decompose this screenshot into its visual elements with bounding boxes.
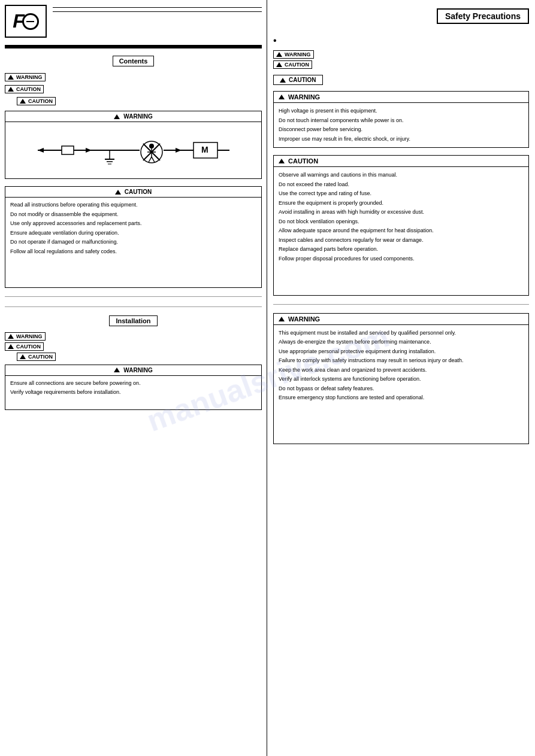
- right-caution-line-12: [279, 274, 524, 282]
- right-warn-line-1: High voltage is present in this equipmen…: [279, 107, 524, 116]
- right-warn-line-3: Disconnect power before servicing.: [279, 126, 524, 134]
- logo-box: F: [5, 5, 47, 38]
- right-bottom-warning-body: This equipment must be installed and ser…: [274, 325, 528, 444]
- bottom-warning-header: WARNING: [5, 365, 261, 376]
- bottom-warn-line-3: [10, 398, 256, 406]
- section1-title: Contents: [113, 56, 155, 66]
- right-caution-line-13: [279, 283, 524, 291]
- right-bottom-warn-line-1: This equipment must be installed and ser…: [279, 329, 524, 338]
- right-bottom-warning-tri: [279, 317, 285, 321]
- caution-body-line-3: Use only approved accessories and replac…: [10, 220, 256, 228]
- logo-line-1: [53, 7, 262, 8]
- warning-badge-2: WARNING: [5, 332, 46, 341]
- inline-labels: WARNING CAUTION: [273, 50, 529, 69]
- logo-fe: F: [13, 10, 39, 32]
- right-bottom-warn-line-8: Ensure emergency stop functions are test…: [279, 394, 524, 402]
- right-caution-line-2: Do not exceed the rated load.: [279, 181, 524, 189]
- caution-indent-row-1: CAUTION: [17, 97, 262, 105]
- standalone-caution-tri: [280, 78, 286, 83]
- caution-body-line-9: [10, 275, 256, 284]
- right-caution-line-4: Ensure the equipment is properly grounde…: [279, 199, 524, 208]
- caution-indent-triangle-2: [20, 354, 26, 359]
- warning-triangle-1: [8, 75, 14, 80]
- warning-diagram-section: WARNING: [5, 111, 262, 179]
- right-caution-line-8: Inspect cables and connectors regularly …: [279, 236, 524, 245]
- warning-diagram-label: WARNING: [123, 113, 152, 120]
- caution-text-2: CAUTION: [16, 344, 41, 350]
- standalone-caution-text: CAUTION: [289, 77, 316, 83]
- right-warning-section: WARNING High voltage is present in this …: [273, 91, 529, 148]
- warning-text-2: WARNING: [16, 333, 43, 339]
- right-bottom-warn-line-5: Keep the work area clean and organized t…: [279, 366, 524, 375]
- right-bottom-warn-line-11: [279, 422, 524, 430]
- right-warning-label: WARNING: [288, 93, 320, 101]
- caution-label-row-1: CAUTION: [5, 85, 262, 93]
- svg-line-15: [152, 157, 155, 162]
- right-caution-line-7: Allow adequate space around the equipmen…: [279, 227, 524, 235]
- diagram-area: M: [10, 125, 256, 176]
- right-bottom-warn-line-9: [279, 403, 524, 412]
- caution-badge-1: CAUTION: [5, 85, 44, 93]
- logo-circle: [22, 13, 39, 30]
- caution-body-line-5: Do not operate if damaged or malfunction…: [10, 238, 256, 247]
- caution-text-1: CAUTION: [16, 86, 41, 92]
- svg-point-11: [149, 144, 154, 148]
- caution-text-section: CAUTION Read all instructions before ope…: [5, 186, 262, 288]
- right-bottom-warn-line-4: Failure to comply with safety instructio…: [279, 357, 524, 365]
- right-caution-line-1: Observe all warnings and cautions in thi…: [279, 171, 524, 180]
- caution-indent-text-1: CAUTION: [28, 98, 53, 104]
- caution-label-row-2: CAUTION: [5, 342, 262, 351]
- right-caution-line-3: Use the correct type and rating of fuse.: [279, 190, 524, 198]
- right-warn-line-2: Do not touch internal components while p…: [279, 117, 524, 125]
- right-bottom-warning-label: WARNING: [288, 315, 320, 323]
- inline-caution-text: CAUTION: [285, 62, 309, 68]
- caution-indent-text-2: CAUTION: [28, 354, 53, 360]
- right-warn-line-4: Improper use may result in fire, electri…: [279, 135, 524, 144]
- svg-marker-20: [86, 148, 92, 153]
- bullet-symbol: •: [273, 36, 277, 45]
- right-bottom-warn-line-10: [279, 412, 524, 421]
- caution-indent-triangle-1: [20, 99, 26, 104]
- caution-text-header: CAUTION: [5, 187, 261, 198]
- warning-triangle-2: [8, 334, 14, 339]
- right-bottom-warning-section: WARNING This equipment must be installed…: [273, 313, 529, 444]
- standalone-caution-box: CAUTION: [273, 75, 323, 85]
- thick-divider: [5, 45, 262, 48]
- warning-badge-1: WARNING: [5, 73, 46, 81]
- right-caution-body: Observe all warnings and cautions in thi…: [274, 167, 528, 295]
- caution-indent-badge-1: CAUTION: [17, 97, 56, 105]
- standalone-caution-container: CAUTION: [273, 72, 529, 87]
- caution-triangle-1: [8, 87, 14, 92]
- warning-label-row-1: WARNING: [5, 73, 262, 81]
- inline-caution-badge: CAUTION: [273, 60, 312, 69]
- caution-body-line-2: Do not modify or disassemble the equipme…: [10, 211, 256, 219]
- caution-text-tri: [115, 190, 121, 195]
- svg-marker-21: [176, 148, 182, 153]
- warning-diagram-body: M: [5, 122, 261, 178]
- right-caution-line-5: Avoid installing in areas with high humi…: [279, 208, 524, 217]
- warning-diagram-tri: [114, 114, 120, 119]
- bottom-warn-line-2: Verify voltage requirements before insta…: [10, 388, 256, 397]
- bottom-warning-section: WARNING Ensure all connections are secur…: [5, 365, 262, 411]
- right-caution-line-11: [279, 264, 524, 272]
- right-caution-line-10: Follow proper disposal procedures for us…: [279, 255, 524, 263]
- bottom-warning-body: Ensure all connections are secure before…: [5, 376, 261, 410]
- svg-text:M: M: [201, 145, 208, 154]
- section2-title: Installation: [109, 315, 157, 326]
- caution-body-line-8: [10, 266, 256, 275]
- caution-triangle-2: [8, 344, 14, 349]
- bottom-warning-label: WARNING: [123, 367, 152, 374]
- section2: Installation WARNING CAUTION CAUTION: [5, 306, 262, 414]
- caution-body-line-7: [10, 257, 256, 265]
- inline-warning-text: WARNING: [285, 51, 311, 57]
- circuit-diagram: M: [32, 129, 235, 171]
- inline-caution-tri: [276, 62, 282, 67]
- logo-area: F: [5, 5, 262, 40]
- logo-line-2: [53, 11, 262, 12]
- bottom-warn-line-1: Ensure all connections are secure before…: [10, 379, 256, 388]
- right-bottom-warn-line-12: [279, 431, 524, 439]
- bullet-row: •: [273, 37, 529, 45]
- caution-text-body: Read all instructions before operating t…: [5, 198, 261, 287]
- caution-indent-badge-2: CAUTION: [17, 353, 56, 361]
- right-caution-section: CAUTION Observe all warnings and caution…: [273, 155, 529, 296]
